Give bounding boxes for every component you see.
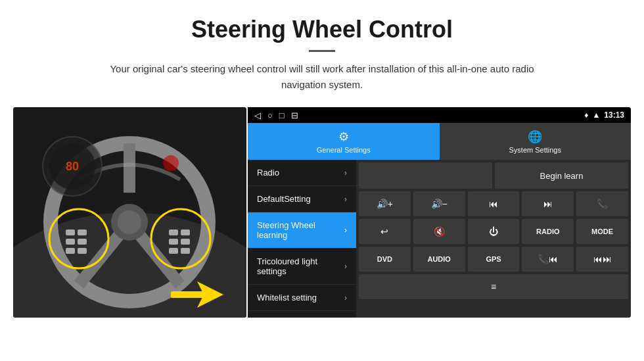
page-title: Steering Wheel Control	[26, 16, 618, 43]
svg-rect-18	[66, 248, 75, 254]
gps-icon: ♦	[584, 110, 588, 120]
general-settings-icon: ⚙	[338, 130, 349, 144]
status-bar: ◁ ○ □ ⊟ ♦ ▲ 13:13	[248, 107, 631, 123]
svg-rect-14	[66, 229, 75, 235]
svg-rect-15	[78, 229, 87, 235]
tab-system[interactable]: 🌐 System Settings	[440, 123, 632, 160]
nav-back-icon[interactable]: ◁	[254, 110, 261, 120]
page-header: Steering Wheel Control Your original car…	[0, 0, 644, 101]
nav-home-icon[interactable]: ○	[267, 110, 273, 120]
menu-item-steering[interactable]: Steering Wheel learning ›	[248, 212, 356, 249]
title-divider	[309, 50, 335, 52]
svg-rect-19	[78, 248, 87, 254]
prev-next-button[interactable]: ⏮⏭	[576, 247, 628, 272]
dvd-button[interactable]: DVD	[359, 247, 411, 272]
svg-rect-20	[169, 229, 178, 235]
phone-button[interactable]: 📞	[576, 191, 628, 216]
svg-rect-23	[181, 239, 190, 245]
tab-system-label: System Settings	[509, 146, 561, 154]
android-panel: ◁ ○ □ ⊟ ♦ ▲ 13:13 ⚙ General Settings 🌐 S…	[248, 107, 631, 318]
gps-button[interactable]: GPS	[468, 247, 520, 272]
radio-button[interactable]: RADIO	[522, 219, 574, 244]
prev-track-button[interactable]: ⏮	[468, 191, 520, 216]
svg-rect-24	[169, 248, 178, 254]
menu-item-radio[interactable]: Radio ›	[248, 160, 356, 186]
tab-general[interactable]: ⚙ General Settings	[248, 123, 440, 160]
svg-point-11	[163, 155, 179, 171]
power-button[interactable]: ⏻	[468, 219, 520, 244]
menu-item-whitelist[interactable]: Whitelist setting ›	[248, 285, 356, 311]
menu-item-default[interactable]: DefaultSetting ›	[248, 186, 356, 212]
next-track-button[interactable]: ⏭	[522, 191, 574, 216]
mode-button[interactable]: MODE	[576, 219, 628, 244]
vol-down-button[interactable]: 🔊−	[413, 191, 465, 216]
clock: 13:13	[604, 110, 624, 120]
back-button[interactable]: ↩	[359, 219, 411, 244]
svg-rect-17	[78, 239, 87, 245]
right-buttons: Begin learn 🔊+ 🔊− ⏮ ⏭ 📞 ↩ 🔇	[356, 160, 631, 318]
signal-icon: ▲	[592, 110, 600, 120]
tab-general-label: General Settings	[317, 146, 371, 154]
svg-rect-27	[171, 291, 204, 298]
nav-recent-icon[interactable]: □	[279, 110, 285, 120]
vol-up-button[interactable]: 🔊+	[359, 191, 411, 216]
begin-learn-button[interactable]: Begin learn	[495, 162, 628, 189]
svg-text:80: 80	[66, 160, 79, 173]
empty-slot	[359, 162, 492, 189]
svg-rect-21	[181, 229, 190, 235]
svg-rect-16	[66, 239, 75, 245]
svg-rect-25	[181, 248, 190, 254]
page-subtitle: Your original car's steering wheel contr…	[92, 61, 552, 93]
left-menu: Radio › DefaultSetting › Steering Wheel …	[248, 160, 356, 318]
mute-button[interactable]: 🔇	[413, 219, 465, 244]
car-image: 80	[13, 107, 246, 318]
svg-point-7	[118, 210, 141, 234]
svg-rect-22	[169, 239, 178, 245]
audio-button[interactable]: AUDIO	[413, 247, 465, 272]
list-icon-button[interactable]: ≡	[359, 274, 628, 299]
menu-item-tricolour[interactable]: Tricoloured light settings ›	[248, 249, 356, 285]
nav-extra-icon[interactable]: ⊟	[291, 110, 298, 120]
system-settings-icon: 🌐	[528, 130, 542, 144]
phone-prev-button[interactable]: 📞⏮	[522, 247, 574, 272]
tab-bar: ⚙ General Settings 🌐 System Settings	[248, 123, 631, 160]
